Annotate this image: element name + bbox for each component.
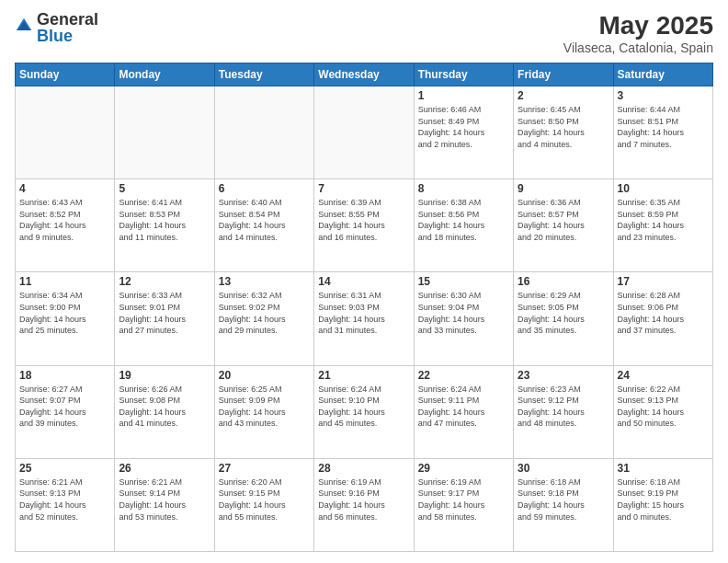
day-number-3: 3 xyxy=(618,89,709,102)
day-number-21: 21 xyxy=(318,369,409,382)
day-info-1: Sunrise: 6:46 AM Sunset: 8:49 PM Dayligh… xyxy=(418,104,509,150)
calendar-cell-w2-d2: 5Sunrise: 6:41 AM Sunset: 8:53 PM Daylig… xyxy=(115,179,214,272)
header-saturday: Saturday xyxy=(613,63,712,86)
day-info-6: Sunrise: 6:40 AM Sunset: 8:54 PM Dayligh… xyxy=(219,197,310,243)
day-info-3: Sunrise: 6:44 AM Sunset: 8:51 PM Dayligh… xyxy=(618,104,709,150)
calendar-cell-w4-d2: 19Sunrise: 6:26 AM Sunset: 9:08 PM Dayli… xyxy=(115,365,214,458)
page: General Blue May 2025 Vilaseca, Cataloni… xyxy=(0,0,728,563)
day-info-5: Sunrise: 6:41 AM Sunset: 8:53 PM Dayligh… xyxy=(119,197,210,243)
day-number-17: 17 xyxy=(618,275,709,288)
day-info-13: Sunrise: 6:32 AM Sunset: 9:02 PM Dayligh… xyxy=(219,290,310,336)
calendar-cell-w3-d1: 11Sunrise: 6:34 AM Sunset: 9:00 PM Dayli… xyxy=(16,272,115,365)
day-number-11: 11 xyxy=(19,275,110,288)
day-number-10: 10 xyxy=(618,182,709,195)
day-number-14: 14 xyxy=(318,275,409,288)
day-info-15: Sunrise: 6:30 AM Sunset: 9:04 PM Dayligh… xyxy=(418,290,509,336)
calendar-cell-w4-d6: 23Sunrise: 6:23 AM Sunset: 9:12 PM Dayli… xyxy=(514,365,613,458)
day-info-8: Sunrise: 6:38 AM Sunset: 8:56 PM Dayligh… xyxy=(418,197,509,243)
calendar-cell-w2-d7: 10Sunrise: 6:35 AM Sunset: 8:59 PM Dayli… xyxy=(613,179,712,272)
calendar-cell-w5-d6: 30Sunrise: 6:18 AM Sunset: 9:18 PM Dayli… xyxy=(514,458,613,551)
logo-general-text: General xyxy=(37,11,98,28)
calendar-cell-w3-d3: 13Sunrise: 6:32 AM Sunset: 9:02 PM Dayli… xyxy=(214,272,313,365)
day-info-10: Sunrise: 6:35 AM Sunset: 8:59 PM Dayligh… xyxy=(618,197,709,243)
day-number-13: 13 xyxy=(219,275,310,288)
calendar-cell-w4-d7: 24Sunrise: 6:22 AM Sunset: 9:13 PM Dayli… xyxy=(613,365,712,458)
header-tuesday: Tuesday xyxy=(214,63,313,86)
day-info-11: Sunrise: 6:34 AM Sunset: 9:00 PM Dayligh… xyxy=(19,290,110,336)
day-number-9: 9 xyxy=(518,182,609,195)
month-title: May 2025 xyxy=(563,11,713,40)
day-info-29: Sunrise: 6:19 AM Sunset: 9:17 PM Dayligh… xyxy=(418,477,509,523)
day-info-31: Sunrise: 6:18 AM Sunset: 9:19 PM Dayligh… xyxy=(618,477,709,523)
day-info-9: Sunrise: 6:36 AM Sunset: 8:57 PM Dayligh… xyxy=(518,197,609,243)
header-sunday: Sunday xyxy=(16,63,115,86)
day-number-31: 31 xyxy=(618,462,709,475)
day-info-16: Sunrise: 6:29 AM Sunset: 9:05 PM Dayligh… xyxy=(518,290,609,336)
calendar-cell-w1-d2 xyxy=(115,86,214,179)
day-number-25: 25 xyxy=(19,462,110,475)
day-info-4: Sunrise: 6:43 AM Sunset: 8:52 PM Dayligh… xyxy=(19,197,110,243)
day-info-24: Sunrise: 6:22 AM Sunset: 9:13 PM Dayligh… xyxy=(618,384,709,430)
header-friday: Friday xyxy=(514,63,613,86)
calendar-cell-w4-d4: 21Sunrise: 6:24 AM Sunset: 9:10 PM Dayli… xyxy=(314,365,414,458)
header: General Blue May 2025 Vilaseca, Cataloni… xyxy=(15,11,713,55)
day-info-28: Sunrise: 6:19 AM Sunset: 9:16 PM Dayligh… xyxy=(318,477,409,523)
day-info-18: Sunrise: 6:27 AM Sunset: 9:07 PM Dayligh… xyxy=(19,384,110,430)
day-number-29: 29 xyxy=(418,462,509,475)
calendar-cell-w5-d1: 25Sunrise: 6:21 AM Sunset: 9:13 PM Dayli… xyxy=(16,458,115,551)
week-row-1: 1Sunrise: 6:46 AM Sunset: 8:49 PM Daylig… xyxy=(16,86,713,179)
calendar-cell-w3-d6: 16Sunrise: 6:29 AM Sunset: 9:05 PM Dayli… xyxy=(514,272,613,365)
day-info-26: Sunrise: 6:21 AM Sunset: 9:14 PM Dayligh… xyxy=(119,477,210,523)
day-info-23: Sunrise: 6:23 AM Sunset: 9:12 PM Dayligh… xyxy=(518,384,609,430)
day-number-8: 8 xyxy=(418,182,509,195)
calendar-cell-w1-d5: 1Sunrise: 6:46 AM Sunset: 8:49 PM Daylig… xyxy=(414,86,513,179)
calendar-cell-w5-d7: 31Sunrise: 6:18 AM Sunset: 9:19 PM Dayli… xyxy=(613,458,712,551)
calendar-cell-w4-d5: 22Sunrise: 6:24 AM Sunset: 9:11 PM Dayli… xyxy=(414,365,513,458)
calendar-cell-w2-d1: 4Sunrise: 6:43 AM Sunset: 8:52 PM Daylig… xyxy=(16,179,115,272)
day-info-7: Sunrise: 6:39 AM Sunset: 8:55 PM Dayligh… xyxy=(318,197,409,243)
calendar-cell-w4-d3: 20Sunrise: 6:25 AM Sunset: 9:09 PM Dayli… xyxy=(214,365,313,458)
day-info-2: Sunrise: 6:45 AM Sunset: 8:50 PM Dayligh… xyxy=(518,104,609,150)
calendar-cell-w2-d3: 6Sunrise: 6:40 AM Sunset: 8:54 PM Daylig… xyxy=(214,179,313,272)
day-number-26: 26 xyxy=(119,462,210,475)
day-number-28: 28 xyxy=(318,462,409,475)
day-number-19: 19 xyxy=(119,369,210,382)
week-row-2: 4Sunrise: 6:43 AM Sunset: 8:52 PM Daylig… xyxy=(16,179,713,272)
day-info-22: Sunrise: 6:24 AM Sunset: 9:11 PM Dayligh… xyxy=(418,384,509,430)
calendar-cell-w3-d7: 17Sunrise: 6:28 AM Sunset: 9:06 PM Dayli… xyxy=(613,272,712,365)
weekday-header-row: Sunday Monday Tuesday Wednesday Thursday… xyxy=(16,63,713,86)
calendar-cell-w1-d3 xyxy=(214,86,313,179)
calendar-cell-w2-d5: 8Sunrise: 6:38 AM Sunset: 8:56 PM Daylig… xyxy=(414,179,513,272)
calendar-cell-w1-d7: 3Sunrise: 6:44 AM Sunset: 8:51 PM Daylig… xyxy=(613,86,712,179)
logo-blue-text: Blue xyxy=(37,28,98,44)
calendar-table: Sunday Monday Tuesday Wednesday Thursday… xyxy=(15,63,713,552)
day-number-4: 4 xyxy=(19,182,110,195)
logo: General Blue xyxy=(15,11,98,44)
header-wednesday: Wednesday xyxy=(314,63,414,86)
day-info-25: Sunrise: 6:21 AM Sunset: 9:13 PM Dayligh… xyxy=(19,477,110,523)
day-info-30: Sunrise: 6:18 AM Sunset: 9:18 PM Dayligh… xyxy=(518,477,609,523)
calendar-cell-w5-d5: 29Sunrise: 6:19 AM Sunset: 9:17 PM Dayli… xyxy=(414,458,513,551)
week-row-5: 25Sunrise: 6:21 AM Sunset: 9:13 PM Dayli… xyxy=(16,458,713,551)
day-number-24: 24 xyxy=(618,369,709,382)
logo-text: General Blue xyxy=(37,11,98,44)
calendar-cell-w1-d4 xyxy=(314,86,414,179)
day-info-12: Sunrise: 6:33 AM Sunset: 9:01 PM Dayligh… xyxy=(119,290,210,336)
calendar-cell-w4-d1: 18Sunrise: 6:27 AM Sunset: 9:07 PM Dayli… xyxy=(16,365,115,458)
day-number-6: 6 xyxy=(219,182,310,195)
calendar-cell-w5-d2: 26Sunrise: 6:21 AM Sunset: 9:14 PM Dayli… xyxy=(115,458,214,551)
day-number-5: 5 xyxy=(119,182,210,195)
day-info-21: Sunrise: 6:24 AM Sunset: 9:10 PM Dayligh… xyxy=(318,384,409,430)
day-info-19: Sunrise: 6:26 AM Sunset: 9:08 PM Dayligh… xyxy=(119,384,210,430)
day-number-7: 7 xyxy=(318,182,409,195)
header-thursday: Thursday xyxy=(414,63,513,86)
day-number-22: 22 xyxy=(418,369,509,382)
day-number-2: 2 xyxy=(518,89,609,102)
calendar-cell-w3-d2: 12Sunrise: 6:33 AM Sunset: 9:01 PM Dayli… xyxy=(115,272,214,365)
logo-icon xyxy=(15,17,33,35)
week-row-3: 11Sunrise: 6:34 AM Sunset: 9:00 PM Dayli… xyxy=(16,272,713,365)
day-info-14: Sunrise: 6:31 AM Sunset: 9:03 PM Dayligh… xyxy=(318,290,409,336)
week-row-4: 18Sunrise: 6:27 AM Sunset: 9:07 PM Dayli… xyxy=(16,365,713,458)
day-number-16: 16 xyxy=(518,275,609,288)
day-number-23: 23 xyxy=(518,369,609,382)
